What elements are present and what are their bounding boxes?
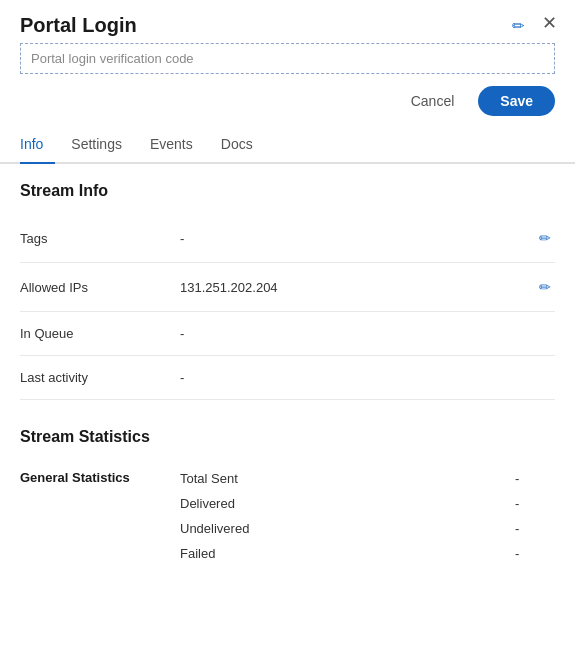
allowed-ips-value: 131.251.202.204 (180, 280, 535, 295)
subtitle-text: Portal login verification code (31, 51, 194, 66)
panel: ✕ Portal Login ✏ Portal login verificati… (0, 0, 575, 670)
failed-label: Failed (180, 546, 515, 561)
failed-stat: Failed - (180, 541, 555, 566)
tags-value: - (180, 231, 535, 246)
undelivered-value: - (515, 521, 555, 536)
last-activity-row: Last activity - (20, 356, 555, 400)
tags-row: Tags - ✏ (20, 214, 555, 263)
delivered-value: - (515, 496, 555, 511)
save-button[interactable]: Save (478, 86, 555, 116)
allowed-ips-label: Allowed IPs (20, 280, 180, 295)
close-icon: ✕ (542, 13, 557, 33)
tags-label: Tags (20, 231, 180, 246)
delivered-stat: Delivered - (180, 491, 555, 516)
tab-docs[interactable]: Docs (221, 128, 265, 164)
in-queue-row: In Queue - (20, 312, 555, 356)
allowed-ips-row: Allowed IPs 131.251.202.204 ✏ (20, 263, 555, 312)
total-sent-label: Total Sent (180, 471, 515, 486)
stats-items: Total Sent - Delivered - Undelivered - F… (180, 466, 555, 566)
edit-icon: ✏ (512, 17, 525, 34)
title-edit-icon[interactable]: ✏ (512, 17, 525, 35)
last-activity-label: Last activity (20, 370, 180, 385)
tab-settings[interactable]: Settings (71, 128, 134, 164)
general-statistics-label: General Statistics (20, 466, 180, 485)
undelivered-stat: Undelivered - (180, 516, 555, 541)
failed-value: - (515, 546, 555, 561)
last-activity-value: - (180, 370, 555, 385)
close-button[interactable]: ✕ (538, 12, 561, 34)
title-row: Portal Login ✏ (20, 14, 555, 37)
in-queue-label: In Queue (20, 326, 180, 341)
stream-info-title: Stream Info (20, 182, 555, 200)
content: Stream Info Tags - ✏ Allowed IPs 131.251… (0, 164, 575, 592)
allowed-ips-edit-icon[interactable]: ✏ (535, 277, 555, 297)
tags-edit-icon[interactable]: ✏ (535, 228, 555, 248)
stream-info-section: Stream Info Tags - ✏ Allowed IPs 131.251… (20, 182, 555, 400)
header: Portal Login ✏ Portal login verification… (0, 0, 575, 74)
total-sent-value: - (515, 471, 555, 486)
tab-events[interactable]: Events (150, 128, 205, 164)
panel-title: Portal Login (20, 14, 137, 37)
in-queue-value: - (180, 326, 555, 341)
delivered-label: Delivered (180, 496, 515, 511)
subtitle-bar: Portal login verification code (20, 43, 555, 74)
action-row: Cancel Save (0, 86, 575, 128)
total-sent-stat: Total Sent - (180, 466, 555, 491)
stream-statistics-title: Stream Statistics (20, 428, 555, 446)
tabs: Info Settings Events Docs (0, 128, 575, 164)
stream-statistics-section: Stream Statistics General Statistics Tot… (20, 428, 555, 572)
tab-info[interactable]: Info (20, 128, 55, 164)
undelivered-label: Undelivered (180, 521, 515, 536)
cancel-button[interactable]: Cancel (397, 87, 469, 115)
general-statistics-row: General Statistics Total Sent - Delivere… (20, 460, 555, 572)
